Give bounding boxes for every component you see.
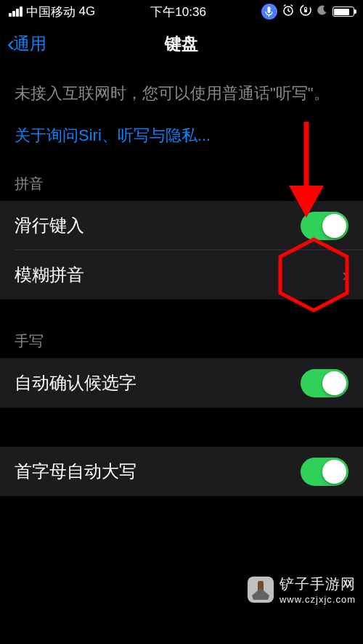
signal-icon <box>9 7 23 17</box>
watermark-text: 铲子手游网 <box>280 574 356 594</box>
page-title: 键盘 <box>0 33 363 55</box>
svg-line-4 <box>288 11 290 12</box>
cell-label: 首字母自动大写 <box>15 460 136 483</box>
svg-line-5 <box>284 4 286 6</box>
dictation-info-text: 未接入互联网时，您可以使用普通话"听写"。 <box>15 81 348 106</box>
moon-icon <box>317 4 328 20</box>
section-header-pinyin: 拼音 <box>0 149 363 201</box>
auto-capitalize-toggle[interactable] <box>301 458 348 486</box>
back-label: 通用 <box>13 33 46 55</box>
svg-rect-8 <box>304 9 307 12</box>
cell-label: 自动确认候选字 <box>15 371 136 395</box>
cell-auto-capitalize[interactable]: 首字母自动大写 <box>0 447 363 496</box>
carrier-label: 中国移动 <box>26 4 76 20</box>
battery-icon <box>333 7 354 17</box>
watermark: 铲子手游网 www.czjxjc.com <box>246 574 356 605</box>
siri-privacy-link[interactable]: 关于询问Siri、听写与隐私... <box>15 125 348 146</box>
cell-auto-confirm[interactable]: 自动确认候选字 <box>0 358 363 408</box>
nav-bar: ‹ 通用 键盘 <box>0 23 363 64</box>
auto-confirm-toggle[interactable] <box>301 369 348 397</box>
cell-label: 模糊拼音 <box>15 263 84 286</box>
cell-fuzzy-pinyin[interactable]: 模糊拼音 › <box>0 250 363 300</box>
slide-typing-toggle[interactable] <box>301 212 348 240</box>
cell-label: 滑行键入 <box>15 214 84 237</box>
svg-line-6 <box>290 4 293 6</box>
mic-icon <box>261 4 277 20</box>
svg-rect-0 <box>268 7 271 13</box>
cell-slide-typing[interactable]: 滑行键入 <box>0 201 363 250</box>
chevron-right-icon: › <box>342 264 348 286</box>
watermark-url: www.czjxjc.com <box>280 594 356 605</box>
section-header-handwriting: 手写 <box>0 300 363 358</box>
status-time: 下午10:36 <box>150 4 206 20</box>
lock-icon <box>299 4 312 20</box>
back-button[interactable]: ‹ 通用 <box>7 33 46 55</box>
status-bar: 中国移动 4G 下午10:36 <box>0 0 363 23</box>
watermark-logo-icon <box>246 575 275 604</box>
network-label: 4G <box>79 4 96 19</box>
alarm-icon <box>282 4 295 20</box>
